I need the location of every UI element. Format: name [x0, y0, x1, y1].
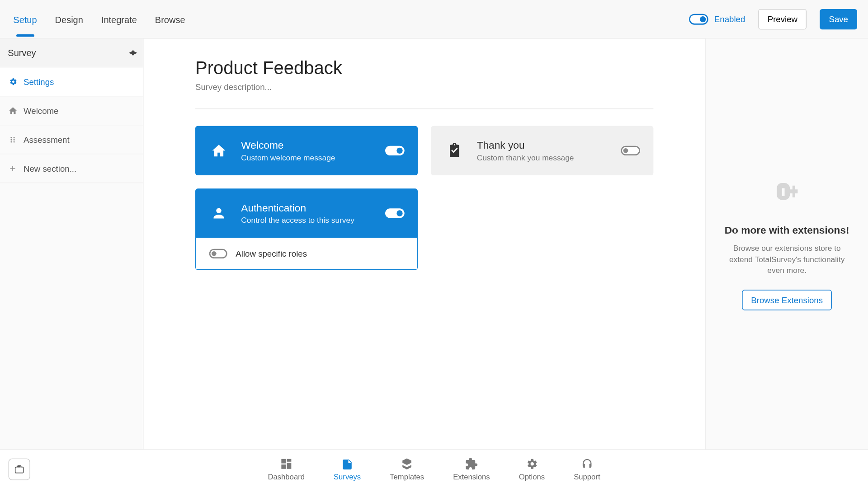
nav-label: Dashboard — [268, 473, 305, 481]
nav-label: Options — [519, 473, 545, 481]
sidebar-item-label: New section... — [24, 164, 76, 173]
nav-label: Extensions — [453, 473, 490, 481]
svg-point-1 — [14, 136, 15, 138]
card-title: Authentication — [241, 202, 373, 214]
drag-handle-icon — [8, 135, 17, 144]
card-body: Allow specific roles — [195, 238, 418, 270]
survey-description[interactable]: Survey description... — [195, 82, 653, 91]
card-subtitle: Custom welcome message — [241, 153, 373, 162]
home-icon — [208, 141, 229, 161]
plug-icon — [771, 178, 802, 211]
bottom-nav: Dashboard Surveys Templates Extensions O… — [268, 457, 600, 481]
nav-label: Surveys — [334, 473, 361, 481]
divider — [195, 108, 653, 109]
browse-extensions-button[interactable]: Browse Extensions — [742, 290, 832, 310]
body: Survey ◀▶ Settings Welcome Assessmen — [0, 38, 868, 449]
enabled-label: Enabled — [714, 14, 745, 23]
card-toggle[interactable] — [621, 146, 640, 155]
svg-point-0 — [10, 136, 12, 138]
suitcase-button[interactable] — [9, 458, 30, 480]
sidebar-item-settings[interactable]: Settings — [0, 67, 143, 96]
sidebar: Survey ◀▶ Settings Welcome Assessmen — [0, 38, 143, 449]
sidebar-item-label: Assessment — [24, 135, 70, 144]
sidebar-item-welcome[interactable]: Welcome — [0, 96, 143, 125]
sidebar-item-assessment[interactable]: Assessment — [0, 125, 143, 154]
nav-templates[interactable]: Templates — [390, 457, 424, 481]
tab-design[interactable]: Design — [55, 2, 83, 35]
nav-label: Support — [574, 473, 600, 481]
gear-icon — [8, 77, 17, 86]
nav-options[interactable]: Options — [519, 457, 545, 481]
nav-label: Templates — [390, 473, 424, 481]
card-toggle[interactable] — [385, 208, 405, 218]
topbar-actions: Enabled Preview Save — [689, 9, 857, 29]
main: Product Feedback Survey description... W… — [143, 38, 705, 449]
sidebar-title: Survey — [8, 47, 36, 58]
svg-point-3 — [14, 139, 15, 140]
tab-setup[interactable]: Setup — [13, 2, 37, 35]
extensions-body: Browse our extensions store to extend To… — [720, 243, 854, 277]
card-title: Thank you — [477, 140, 609, 152]
topbar-tabs: Setup Design Integrate Browse — [13, 2, 185, 35]
card-toggle[interactable] — [385, 146, 405, 155]
allow-roles-label: Allow specific roles — [236, 249, 307, 258]
sidebar-item-label: Settings — [24, 77, 54, 86]
topbar: Setup Design Integrate Browse Enabled Pr… — [0, 0, 868, 38]
enabled-toggle[interactable] — [689, 14, 708, 24]
card-thankyou[interactable]: Thank you Custom thank you message — [431, 126, 653, 175]
plus-icon — [8, 164, 17, 173]
svg-point-5 — [14, 141, 15, 142]
home-icon — [8, 106, 17, 115]
card-welcome[interactable]: Welcome Custom welcome message — [195, 126, 418, 175]
nav-dashboard[interactable]: Dashboard — [268, 457, 305, 481]
allow-roles-toggle[interactable] — [209, 249, 227, 258]
card-subtitle: Control the access to this survey — [241, 216, 373, 225]
nav-extensions[interactable]: Extensions — [453, 457, 490, 481]
card-title: Welcome — [241, 140, 373, 152]
settings-cards: Welcome Custom welcome message Thank you — [195, 126, 653, 270]
sidebar-header: Survey ◀▶ — [0, 38, 143, 67]
extensions-panel: Do more with extensions! Browse our exte… — [705, 38, 868, 449]
nav-surveys[interactable]: Surveys — [334, 457, 361, 481]
tab-browse[interactable]: Browse — [155, 2, 185, 35]
save-button[interactable]: Save — [820, 9, 857, 29]
person-icon — [208, 203, 229, 223]
sidebar-item-new-section[interactable]: New section... — [0, 154, 143, 183]
collapse-sidebar-icon[interactable]: ◀▶ — [129, 49, 135, 56]
svg-point-4 — [10, 141, 12, 142]
clipboard-check-icon — [444, 141, 465, 161]
enabled-toggle-group: Enabled — [689, 14, 745, 24]
page-title: Product Feedback — [195, 58, 653, 78]
nav-support[interactable]: Support — [574, 457, 600, 481]
preview-button[interactable]: Preview — [759, 9, 807, 29]
sidebar-item-label: Welcome — [24, 106, 58, 115]
tab-integrate[interactable]: Integrate — [101, 2, 137, 35]
extensions-title: Do more with extensions! — [725, 225, 849, 237]
svg-point-2 — [10, 139, 12, 140]
bottombar: Dashboard Surveys Templates Extensions O… — [0, 450, 868, 488]
card-subtitle: Custom thank you message — [477, 153, 609, 162]
card-authentication[interactable]: Authentication Control the access to thi… — [195, 188, 418, 270]
